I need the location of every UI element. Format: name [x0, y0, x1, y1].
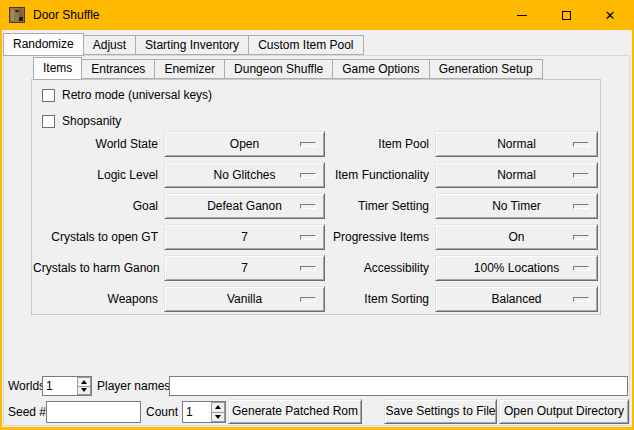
- tab-items[interactable]: Items: [33, 57, 82, 80]
- generate-patched-rom-button[interactable]: Generate Patched Rom: [228, 399, 362, 424]
- logic-level-label: Logic Level: [33, 162, 158, 188]
- world-state-label: World State: [33, 131, 158, 157]
- accessibility-label: Accessibility: [300, 255, 429, 281]
- menu-indicator-icon: [573, 142, 589, 147]
- timer-setting-label: Timer Setting: [300, 193, 429, 219]
- timer-setting-dropdown[interactable]: No Timer: [435, 193, 598, 219]
- shopsanity-label: Shopsanity: [62, 115, 121, 128]
- tab-starting-inventory[interactable]: Starting Inventory: [135, 35, 249, 55]
- save-settings-button[interactable]: Save Settings to File: [384, 399, 497, 424]
- item-functionality-dropdown[interactable]: Normal: [435, 162, 598, 188]
- menu-indicator-icon: [573, 297, 589, 302]
- item-sorting-dropdown[interactable]: Balanced: [435, 286, 598, 312]
- main-tabbar: Randomize Adjust Starting Inventory Cust…: [3, 32, 364, 55]
- chevron-up-icon: [215, 405, 221, 409]
- count-spin-down-button[interactable]: [211, 412, 225, 423]
- tab-dungeon-shuffle[interactable]: Dungeon Shuffle: [224, 59, 333, 79]
- tab-custom-item-pool[interactable]: Custom Item Pool: [248, 35, 363, 55]
- close-button[interactable]: ✕: [588, 0, 632, 30]
- item-pool-dropdown[interactable]: Normal: [435, 131, 598, 157]
- crystals-harm-ganon-value: 7: [241, 261, 248, 275]
- crystals-open-gt-value: 7: [241, 230, 248, 244]
- world-state-value: Open: [230, 137, 259, 151]
- goal-label: Goal: [33, 193, 158, 219]
- accessibility-value: 100% Locations: [474, 261, 559, 275]
- count-spinner: [182, 401, 226, 423]
- door-shuffle-window: Door Shuffle ✕ Randomize Adjust Starting…: [0, 0, 634, 430]
- count-label: Count: [146, 401, 178, 423]
- window-controls: ✕: [500, 0, 632, 30]
- chevron-up-icon: [81, 380, 87, 384]
- minimize-button[interactable]: [500, 0, 544, 30]
- menu-indicator-icon: [573, 266, 589, 271]
- worlds-input[interactable]: [43, 377, 77, 395]
- crystals-harm-ganon-label: Crystals to harm Ganon: [33, 255, 158, 281]
- menu-indicator-icon: [573, 173, 589, 178]
- worlds-spinner-buttons: [77, 377, 91, 395]
- tab-enemizer[interactable]: Enemizer: [154, 59, 225, 79]
- item-functionality-value: Normal: [497, 168, 536, 182]
- logic-level-value: No Glitches: [213, 168, 275, 182]
- open-output-directory-button[interactable]: Open Output Directory: [499, 399, 629, 424]
- item-functionality-label: Item Functionality: [300, 162, 429, 188]
- chevron-down-icon: [215, 415, 221, 419]
- item-pool-label: Item Pool: [300, 131, 429, 157]
- player-names-label: Player names: [97, 376, 170, 396]
- timer-setting-value: No Timer: [492, 199, 541, 213]
- retro-mode-checkbox[interactable]: [42, 89, 55, 102]
- worlds-spin-down-button[interactable]: [77, 386, 91, 396]
- player-names-input[interactable]: [169, 376, 628, 396]
- weapons-value: Vanilla: [227, 292, 262, 306]
- progressive-items-label: Progressive Items: [300, 224, 429, 250]
- seed-input[interactable]: [46, 401, 141, 423]
- tab-game-options[interactable]: Game Options: [332, 59, 429, 79]
- item-pool-value: Normal: [497, 137, 536, 151]
- titlebar[interactable]: Door Shuffle ✕: [0, 0, 634, 30]
- retro-mode-label: Retro mode (universal keys): [62, 89, 212, 102]
- accessibility-dropdown[interactable]: 100% Locations: [435, 255, 598, 281]
- item-sorting-label: Item Sorting: [300, 286, 429, 312]
- crystals-open-gt-label: Crystals to open GT: [33, 224, 158, 250]
- menu-indicator-icon: [573, 235, 589, 240]
- close-icon: ✕: [605, 9, 616, 22]
- chevron-down-icon: [81, 388, 87, 392]
- maximize-icon: [562, 11, 571, 20]
- progressive-items-value: On: [508, 230, 524, 244]
- door-icon: [9, 7, 25, 23]
- seed-label: Seed #: [8, 401, 46, 423]
- menu-indicator-icon: [573, 204, 589, 209]
- worlds-label: Worlds: [8, 376, 45, 396]
- count-input[interactable]: [183, 402, 211, 422]
- maximize-button[interactable]: [544, 0, 588, 30]
- tab-generation-setup[interactable]: Generation Setup: [429, 59, 543, 79]
- window-title: Door Shuffle: [33, 8, 100, 22]
- tab-adjust[interactable]: Adjust: [83, 35, 136, 55]
- worlds-spinner: [42, 376, 92, 396]
- progressive-items-dropdown[interactable]: On: [435, 224, 598, 250]
- shopsanity-checkbox[interactable]: [42, 115, 55, 128]
- sub-tabbar: Items Entrances Enemizer Dungeon Shuffle…: [33, 57, 543, 79]
- tab-randomize[interactable]: Randomize: [3, 33, 84, 56]
- item-sorting-value: Balanced: [491, 292, 541, 306]
- weapons-label: Weapons: [33, 286, 158, 312]
- tab-entrances[interactable]: Entrances: [81, 59, 155, 79]
- goal-value: Defeat Ganon: [207, 199, 282, 213]
- count-spinner-buttons: [211, 402, 225, 422]
- minimize-icon: [517, 15, 527, 16]
